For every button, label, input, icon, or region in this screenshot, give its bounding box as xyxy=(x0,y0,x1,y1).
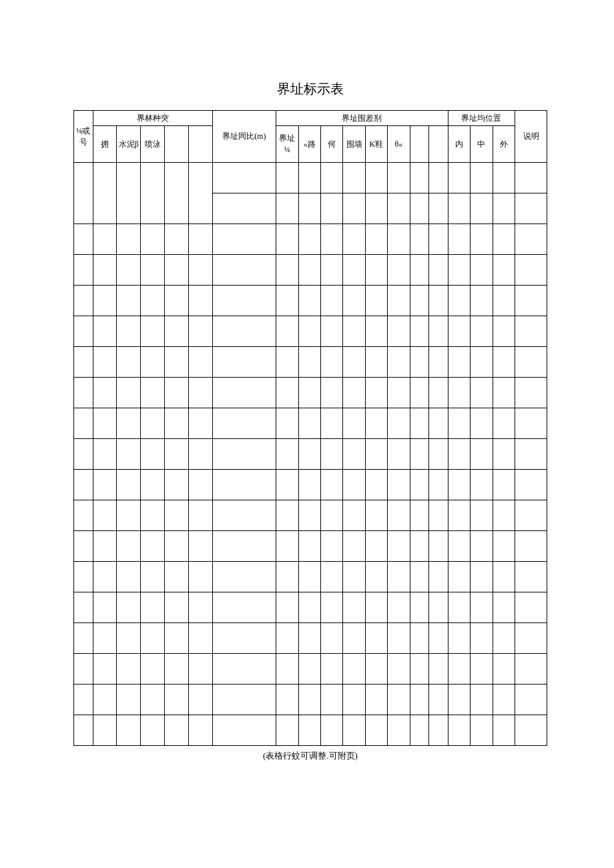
table-cell xyxy=(298,439,320,470)
table-cell xyxy=(343,286,365,316)
table-cell xyxy=(117,439,141,470)
table-cell xyxy=(365,592,387,623)
col-header-note: 说明 xyxy=(515,111,547,163)
table-cell xyxy=(429,224,448,255)
table-cell xyxy=(141,715,165,746)
table-cell xyxy=(343,715,365,746)
table-cell xyxy=(365,531,387,562)
table-cell xyxy=(212,439,276,470)
col-group-1: 界林种突 xyxy=(93,111,212,126)
table-cell xyxy=(117,500,141,531)
table-cell xyxy=(410,654,429,685)
table-cell xyxy=(165,163,189,224)
table-cell xyxy=(320,470,342,500)
table-cell xyxy=(298,654,320,685)
page-title: 界址标示表 xyxy=(73,80,547,98)
table-cell xyxy=(343,347,365,378)
table-cell xyxy=(343,623,365,654)
table-cell xyxy=(117,531,141,562)
table-cell xyxy=(117,592,141,623)
table-cell xyxy=(343,255,365,286)
table-row xyxy=(74,316,547,347)
table-cell xyxy=(212,685,276,715)
table-cell xyxy=(212,470,276,500)
col-header-16: 中 xyxy=(471,126,493,163)
table-cell xyxy=(429,378,448,408)
table-cell xyxy=(93,685,117,715)
table-cell xyxy=(515,286,547,316)
table-cell xyxy=(320,163,342,193)
table-cell xyxy=(165,286,189,316)
table-cell xyxy=(471,316,493,347)
table-cell xyxy=(410,592,429,623)
table-cell xyxy=(515,163,547,193)
table-cell xyxy=(74,224,93,255)
table-cell xyxy=(74,316,93,347)
table-cell xyxy=(429,347,448,378)
col-header-9: 何 xyxy=(320,126,342,163)
table-cell xyxy=(298,286,320,316)
table-cell xyxy=(74,623,93,654)
table-cell xyxy=(388,378,410,408)
table-cell xyxy=(410,193,429,224)
table-cell xyxy=(320,531,342,562)
table-cell xyxy=(276,316,298,347)
table-row xyxy=(74,562,547,592)
table-cell xyxy=(298,562,320,592)
table-row xyxy=(74,224,547,255)
table-cell xyxy=(448,531,470,562)
table-cell xyxy=(448,685,470,715)
table-cell xyxy=(448,286,470,316)
table-cell xyxy=(388,347,410,378)
col-header-7: 界址⅛ xyxy=(276,126,298,163)
table-cell xyxy=(388,163,410,193)
table-cell xyxy=(212,163,276,193)
table-cell xyxy=(320,224,342,255)
table-cell xyxy=(471,562,493,592)
table-cell xyxy=(410,255,429,286)
table-cell xyxy=(365,439,387,470)
table-cell xyxy=(410,316,429,347)
table-cell xyxy=(515,378,547,408)
table-cell xyxy=(74,255,93,286)
table-cell xyxy=(117,255,141,286)
table-cell xyxy=(141,562,165,592)
table-row xyxy=(74,531,547,562)
table-cell xyxy=(388,224,410,255)
table-cell xyxy=(410,623,429,654)
table-cell xyxy=(515,562,547,592)
table-cell xyxy=(141,224,165,255)
table-cell xyxy=(141,470,165,500)
table-cell xyxy=(93,500,117,531)
table-cell xyxy=(117,286,141,316)
table-cell xyxy=(320,316,342,347)
table-cell xyxy=(343,562,365,592)
table-cell xyxy=(343,378,365,408)
table-cell xyxy=(165,316,189,347)
table-row xyxy=(74,255,547,286)
table-cell xyxy=(298,592,320,623)
table-cell xyxy=(471,470,493,500)
table-cell xyxy=(320,592,342,623)
table-cell xyxy=(515,316,547,347)
table-cell xyxy=(429,715,448,746)
table-cell xyxy=(212,562,276,592)
table-cell xyxy=(493,347,515,378)
table-cell xyxy=(117,224,141,255)
table-cell xyxy=(93,224,117,255)
table-cell xyxy=(471,193,493,224)
table-cell xyxy=(448,715,470,746)
table-cell xyxy=(493,255,515,286)
table-cell xyxy=(298,193,320,224)
table-cell xyxy=(74,470,93,500)
table-cell xyxy=(388,500,410,531)
table-cell xyxy=(493,193,515,224)
table-cell xyxy=(365,316,387,347)
table-cell xyxy=(93,715,117,746)
col-header-17: 外 xyxy=(493,126,515,163)
table-cell xyxy=(320,562,342,592)
table-cell xyxy=(448,470,470,500)
table-cell xyxy=(493,439,515,470)
table-cell xyxy=(93,408,117,439)
table-cell xyxy=(388,316,410,347)
